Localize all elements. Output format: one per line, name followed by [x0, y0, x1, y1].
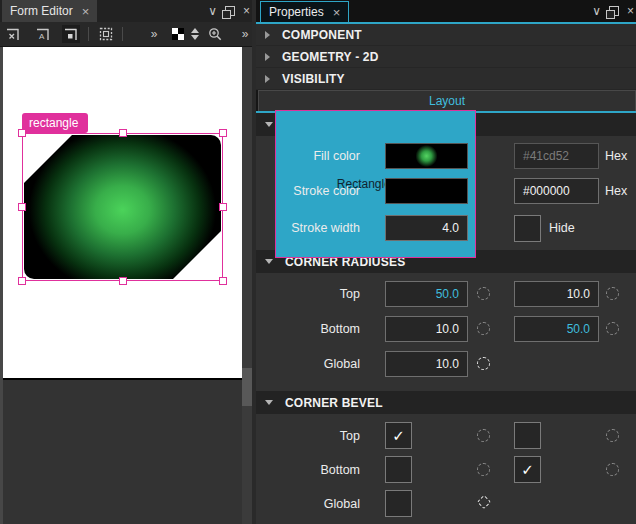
- section-component-label: COMPONENT: [282, 28, 362, 42]
- binding-indicator-icon[interactable]: [606, 463, 619, 476]
- selected-item-label: rectangle: [22, 113, 88, 133]
- section-visibility[interactable]: VISIBILITY: [256, 68, 636, 90]
- bevel-global-checkbox[interactable]: [385, 490, 412, 517]
- form-editor-toolbar: A »: [0, 22, 252, 47]
- bevel-global-row: Global: [256, 490, 636, 518]
- resize-handle-top-left[interactable]: [18, 129, 26, 137]
- tab-properties-label: Properties: [269, 5, 324, 19]
- radius-bottom-right-input[interactable]: 50.0: [514, 316, 599, 342]
- selection-outline[interactable]: [22, 133, 223, 281]
- form-canvas[interactable]: rectangle: [3, 47, 242, 380]
- bevel-bottom-right-checkbox[interactable]: ✓: [514, 456, 541, 483]
- resize-handle-bottom-left[interactable]: [18, 277, 26, 285]
- snap-anchors-icon[interactable]: A: [34, 25, 52, 43]
- close-icon[interactable]: ×: [82, 5, 90, 18]
- radius-top-row: Top 50.0 10.0: [256, 281, 636, 307]
- bounding-rects-icon[interactable]: [97, 25, 115, 43]
- snapping-icon[interactable]: [62, 25, 80, 43]
- tab-form-editor[interactable]: Form Editor ×: [2, 0, 97, 22]
- close-icon[interactable]: ×: [627, 4, 634, 18]
- binding-indicator-icon[interactable]: [477, 495, 491, 509]
- close-icon[interactable]: ×: [333, 6, 341, 19]
- overflow-icon[interactable]: »: [145, 25, 163, 43]
- stroke-color-row: Stroke color #000000 Hex: [256, 178, 636, 204]
- tab-layout[interactable]: Layout: [258, 90, 636, 111]
- resize-handle-bottom-mid[interactable]: [119, 277, 127, 285]
- radius-top-right-input[interactable]: 10.0: [514, 281, 599, 307]
- fill-color-swatch[interactable]: [385, 143, 468, 169]
- toolbar-separator: [88, 27, 89, 41]
- bevel-top-row: Top ✓: [256, 422, 636, 450]
- zoom-in-icon[interactable]: [206, 25, 224, 43]
- properties-panel: Properties × ∨ × COMPONENT GEOMETRY - 2D…: [256, 0, 636, 524]
- chevron-down-icon[interactable]: ∨: [592, 4, 601, 18]
- no-snapping-glyph: [6, 27, 20, 41]
- tab-layout-label: Layout: [429, 94, 465, 108]
- binding-indicator-icon[interactable]: [606, 322, 619, 335]
- hide-label: Hide: [549, 215, 575, 242]
- form-editor-window-controls: ∨ ×: [208, 0, 250, 22]
- toolbar-separator: [122, 27, 123, 41]
- bevel-top-right-checkbox[interactable]: [514, 422, 541, 449]
- properties-content: COMPONENT GEOMETRY - 2D VISIBILITY Recta…: [256, 24, 636, 524]
- resize-handle-mid-left[interactable]: [18, 203, 26, 211]
- float-window-icon[interactable]: [609, 6, 619, 16]
- zoom-stepper-icon[interactable]: [186, 25, 204, 43]
- radius-global-input[interactable]: 10.0: [385, 351, 468, 377]
- binding-indicator-icon[interactable]: [477, 287, 490, 300]
- binding-indicator-icon[interactable]: [477, 322, 490, 335]
- bevel-top-left-checkbox[interactable]: ✓: [385, 422, 412, 449]
- no-snapping-icon[interactable]: [4, 25, 22, 43]
- section-corner-bevel-header[interactable]: CORNER BEVEL: [256, 391, 636, 414]
- fill-color-row: Fill color #41cd52 Hex: [256, 143, 636, 169]
- check-icon: ✓: [392, 427, 405, 444]
- stroke-width-input[interactable]: 4.0: [385, 215, 468, 241]
- form-editor-panel: Form Editor × ∨ × A: [0, 0, 252, 524]
- stroke-width-label: Stroke width: [256, 215, 360, 241]
- float-window-icon[interactable]: [225, 6, 235, 16]
- radius-top-left-input[interactable]: 50.0: [385, 281, 468, 307]
- bevel-bottom-row: Bottom ✓: [256, 456, 636, 484]
- resize-handle-top-mid[interactable]: [119, 129, 127, 137]
- resize-handle-mid-right[interactable]: [219, 203, 227, 211]
- radius-bottom-label: Bottom: [256, 316, 360, 342]
- radius-top-label: Top: [256, 281, 360, 307]
- section-geometry-2d[interactable]: GEOMETRY - 2D: [256, 46, 636, 68]
- form-editor-tabbar: Form Editor × ∨ ×: [0, 0, 252, 22]
- chevron-down-icon[interactable]: ∨: [208, 4, 217, 18]
- fill-color-hex-input[interactable]: #41cd52: [514, 143, 599, 169]
- chevron-right-icon: [265, 53, 270, 61]
- bevel-bottom-label: Bottom: [256, 456, 360, 484]
- overflow-icon[interactable]: »: [236, 25, 254, 43]
- binding-indicator-icon[interactable]: [477, 463, 490, 476]
- background-checker-icon[interactable]: [169, 25, 187, 43]
- stroke-color-label: Stroke color: [256, 178, 360, 204]
- resize-handle-top-right[interactable]: [219, 129, 227, 137]
- chevron-right-icon: [265, 75, 270, 83]
- binding-indicator-icon[interactable]: [477, 429, 490, 442]
- hide-checkbox[interactable]: [514, 215, 541, 242]
- stroke-hex-label: Hex: [605, 178, 627, 204]
- stroke-width-row: Stroke width 4.0 Hide: [256, 215, 636, 241]
- resize-handle-bottom-right[interactable]: [219, 277, 227, 285]
- radius-bottom-row: Bottom 10.0 50.0: [256, 316, 636, 342]
- binding-indicator-icon[interactable]: [477, 357, 490, 370]
- radius-bottom-left-input[interactable]: 10.0: [385, 316, 468, 342]
- section-component[interactable]: COMPONENT: [256, 24, 636, 46]
- scrollbar-thumb[interactable]: [242, 368, 252, 406]
- tab-properties[interactable]: Properties ×: [260, 1, 349, 22]
- chevron-down-icon: [265, 400, 273, 405]
- snap-anchors-glyph: A: [36, 27, 50, 41]
- stroke-color-swatch[interactable]: [385, 178, 468, 204]
- close-icon[interactable]: ×: [243, 4, 250, 18]
- bevel-global-label: Global: [256, 490, 360, 518]
- binding-indicator-icon[interactable]: [606, 287, 619, 300]
- binding-indicator-icon[interactable]: [606, 429, 619, 442]
- canvas-vertical-scrollbar[interactable]: [242, 47, 252, 524]
- section-visibility-label: VISIBILITY: [282, 72, 345, 86]
- properties-tabbar: Properties × ∨ ×: [256, 0, 636, 24]
- fill-color-label: Fill color: [256, 143, 360, 169]
- stroke-color-hex-input[interactable]: #000000: [514, 178, 599, 204]
- bevel-bottom-left-checkbox[interactable]: [385, 456, 412, 483]
- properties-window-controls: ∨ ×: [592, 0, 634, 22]
